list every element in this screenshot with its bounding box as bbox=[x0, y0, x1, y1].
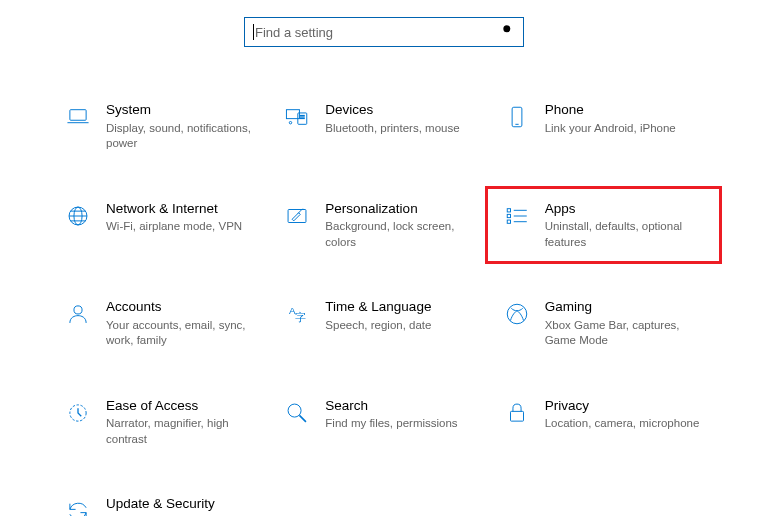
devices-icon bbox=[283, 103, 311, 131]
tile-desc: Wi-Fi, airplane mode, VPN bbox=[106, 219, 265, 235]
svg-rect-2 bbox=[70, 110, 86, 121]
svg-rect-7 bbox=[301, 115, 305, 116]
tile-devices[interactable]: Devices Bluetooth, printers, mouse bbox=[279, 97, 488, 156]
tile-title: System bbox=[106, 101, 265, 119]
svg-text:字: 字 bbox=[296, 311, 307, 323]
tile-privacy[interactable]: Privacy Location, camera, microphone bbox=[499, 393, 708, 452]
paintbrush-icon bbox=[283, 202, 311, 230]
search-input[interactable] bbox=[255, 25, 501, 40]
tile-title: Phone bbox=[545, 101, 704, 119]
tile-desc: Link your Android, iPhone bbox=[545, 121, 704, 137]
tile-desc: Speech, region, date bbox=[325, 318, 484, 334]
svg-rect-16 bbox=[288, 209, 306, 222]
person-icon bbox=[64, 300, 92, 328]
svg-rect-18 bbox=[507, 208, 510, 211]
tile-accounts[interactable]: Accounts Your accounts, email, sync, wor… bbox=[60, 294, 269, 353]
settings-grid: System Display, sound, notifications, po… bbox=[0, 47, 768, 516]
tile-title: Time & Language bbox=[325, 298, 484, 316]
tile-desc: Bluetooth, printers, mouse bbox=[325, 121, 484, 137]
svg-rect-20 bbox=[507, 220, 510, 223]
tile-title: Personalization bbox=[325, 200, 484, 218]
language-icon: A字 bbox=[283, 300, 311, 328]
laptop-icon bbox=[64, 103, 92, 131]
tile-title: Devices bbox=[325, 101, 484, 119]
globe-icon bbox=[64, 202, 92, 230]
magnifier-icon bbox=[283, 399, 311, 427]
tile-desc: Background, lock screen, colors bbox=[325, 219, 484, 250]
tile-desc: Uninstall, defaults, optional features bbox=[545, 219, 704, 250]
tile-phone[interactable]: Phone Link your Android, iPhone bbox=[499, 97, 708, 156]
tile-apps[interactable]: Apps Uninstall, defaults, optional featu… bbox=[485, 186, 722, 265]
svg-rect-9 bbox=[512, 107, 522, 127]
svg-rect-19 bbox=[507, 214, 510, 217]
search-icon bbox=[501, 23, 515, 41]
tile-title: Ease of Access bbox=[106, 397, 265, 415]
tile-search[interactable]: Search Find my files, permissions bbox=[279, 393, 488, 452]
svg-point-0 bbox=[503, 25, 510, 32]
svg-rect-31 bbox=[510, 411, 523, 421]
tile-system[interactable]: System Display, sound, notifications, po… bbox=[60, 97, 269, 156]
accessibility-icon bbox=[64, 399, 92, 427]
tile-ease-of-access[interactable]: Ease of Access Narrator, magnifier, high… bbox=[60, 393, 269, 452]
tile-network[interactable]: Network & Internet Wi-Fi, airplane mode,… bbox=[60, 196, 269, 255]
search-box[interactable] bbox=[244, 17, 524, 47]
tile-time-language[interactable]: A字 Time & Language Speech, region, date bbox=[279, 294, 488, 353]
svg-point-27 bbox=[507, 304, 527, 324]
svg-point-29 bbox=[288, 404, 301, 417]
tile-title: Search bbox=[325, 397, 484, 415]
tile-update-security[interactable]: Update & Security Windows Update, recove… bbox=[60, 491, 269, 516]
xbox-icon bbox=[503, 300, 531, 328]
tile-title: Apps bbox=[545, 200, 704, 218]
svg-point-24 bbox=[74, 306, 82, 314]
phone-icon bbox=[503, 103, 531, 131]
lock-icon bbox=[503, 399, 531, 427]
svg-line-1 bbox=[509, 31, 512, 34]
tile-gaming[interactable]: Gaming Xbox Game Bar, captures, Game Mod… bbox=[499, 294, 708, 353]
search-bar-container bbox=[0, 0, 768, 47]
svg-line-30 bbox=[300, 415, 307, 422]
tile-desc: Your accounts, email, sync, work, family bbox=[106, 318, 265, 349]
svg-rect-8 bbox=[301, 118, 305, 119]
tile-title: Accounts bbox=[106, 298, 265, 316]
list-icon bbox=[503, 202, 531, 230]
tile-desc: Find my files, permissions bbox=[325, 416, 484, 432]
tile-title: Network & Internet bbox=[106, 200, 265, 218]
tile-desc: Location, camera, microphone bbox=[545, 416, 704, 432]
tile-title: Gaming bbox=[545, 298, 704, 316]
text-cursor bbox=[253, 24, 254, 40]
tile-desc: Xbox Game Bar, captures, Game Mode bbox=[545, 318, 704, 349]
tile-desc: Display, sound, notifications, power bbox=[106, 121, 265, 152]
svg-point-6 bbox=[290, 121, 292, 123]
tile-title: Privacy bbox=[545, 397, 704, 415]
tile-title: Update & Security bbox=[106, 495, 265, 513]
tile-desc: Narrator, magnifier, high contrast bbox=[106, 416, 265, 447]
tile-personalization[interactable]: Personalization Background, lock screen,… bbox=[279, 196, 488, 255]
sync-icon bbox=[64, 497, 92, 516]
